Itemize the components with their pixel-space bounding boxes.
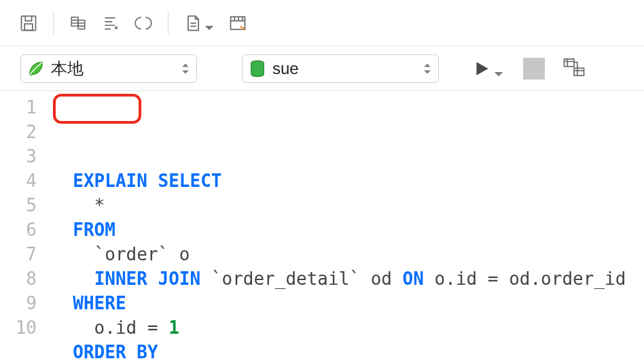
svg-rect-1 (24, 24, 33, 30)
connection-toolbar: 本地 sue (0, 46, 644, 91)
svg-rect-3 (78, 20, 85, 29)
code-line[interactable]: ORDER BY (52, 340, 644, 363)
parentheses-icon[interactable] (127, 9, 160, 37)
chevron-down-icon[interactable] (205, 24, 213, 32)
svg-rect-2 (71, 17, 78, 26)
line-number: 7 (0, 242, 37, 266)
stop-button[interactable] (523, 58, 545, 80)
database-combo[interactable]: sue (242, 54, 439, 83)
main-toolbar (0, 0, 644, 46)
chevron-down-icon[interactable] (495, 70, 503, 78)
code-line[interactable]: FROM (52, 218, 644, 242)
toolbar-separator (53, 12, 54, 35)
connection-label: 本地 (51, 58, 181, 80)
line-number-gutter: 12345678910 (0, 95, 48, 363)
line-number: 4 (0, 169, 37, 193)
new-query-icon[interactable] (177, 9, 209, 37)
code-line[interactable]: EXPLAIN SELECT (52, 169, 644, 193)
code-line[interactable]: o.id = 1 (52, 315, 644, 340)
combo-stepper-icon (423, 62, 431, 75)
sql-editor[interactable]: 12345678910 EXPLAIN SELECT * FROM `order… (0, 91, 644, 363)
explain-highlight (53, 94, 141, 124)
line-number: 3 (0, 144, 37, 169)
copy-tables-icon[interactable] (62, 9, 94, 37)
line-number: 8 (0, 266, 37, 291)
leaf-icon (26, 59, 46, 78)
line-number: 2 (0, 120, 37, 144)
line-number: 9 (0, 291, 37, 315)
line-number: 10 (0, 315, 37, 340)
format-sql-icon[interactable] (94, 9, 127, 37)
line-number: 6 (0, 218, 37, 242)
code-line[interactable]: * (52, 193, 644, 218)
line-number: 5 (0, 193, 37, 218)
svg-rect-7 (574, 68, 584, 75)
code-line[interactable]: `order` o (52, 242, 644, 266)
code-area[interactable]: EXPLAIN SELECT * FROM `order` o INNER JO… (48, 95, 644, 363)
combo-stepper-icon (181, 62, 190, 75)
save-icon[interactable] (12, 9, 45, 37)
code-line[interactable]: WHERE (52, 291, 644, 315)
code-line[interactable]: INNER JOIN `order_detail` od ON o.id = o… (52, 266, 644, 291)
run-button[interactable] (469, 56, 495, 82)
connection-combo[interactable]: 本地 (20, 54, 197, 83)
database-label: sue (272, 59, 423, 78)
svg-rect-0 (22, 16, 36, 30)
line-number: 1 (0, 95, 37, 120)
toolbar-separator (168, 12, 168, 35)
layout-button[interactable] (562, 56, 586, 81)
svg-rect-6 (564, 58, 574, 66)
schedule-query-icon[interactable] (221, 9, 254, 37)
database-icon (248, 59, 267, 78)
